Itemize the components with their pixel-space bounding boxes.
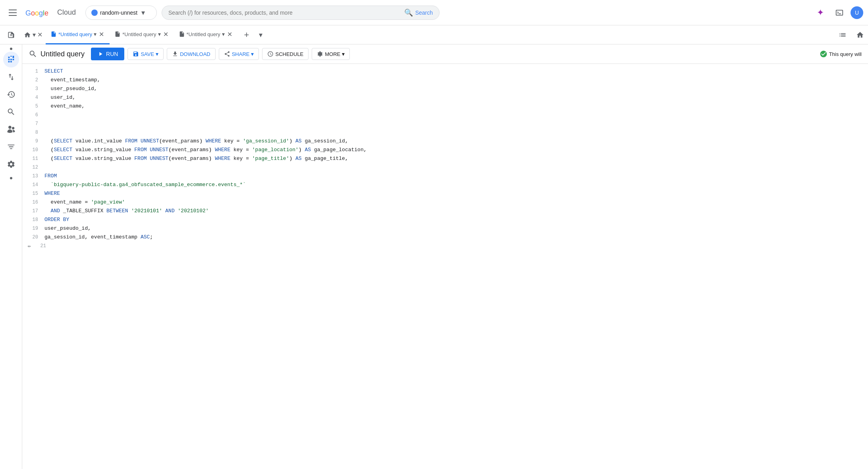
code-line-19: 19 user_pseudo_id, xyxy=(22,224,868,233)
gear-icon xyxy=(317,51,323,57)
query-search-icon xyxy=(29,50,37,58)
hamburger-menu-button[interactable] xyxy=(5,5,21,21)
top-navigation: Google Cloud random-unnest ▾ 🔍 Search ✦ … xyxy=(0,0,868,25)
search-input[interactable] xyxy=(168,10,401,16)
download-button[interactable]: DOWNLOAD xyxy=(167,48,216,60)
code-line-9: 9 (SELECT value.int_value FROM UNNEST(ev… xyxy=(22,137,868,146)
download-button-label: DOWNLOAD xyxy=(180,51,210,57)
code-line-11: 11 (SELECT value.string_value FROM UNNES… xyxy=(22,154,868,163)
code-line-13: 13 FROM xyxy=(22,172,868,181)
run-button-label: RUN xyxy=(106,51,118,57)
code-line-20: 20 ga_session_id, event_timestamp ASC; xyxy=(22,233,868,242)
tab-home[interactable]: ▾ ✕ xyxy=(21,25,46,44)
tab-2-chevron-icon: ▾ xyxy=(158,31,161,37)
code-line-2: 2 event_timestamp, xyxy=(22,76,868,85)
editor-toolbar: Untitled query RUN SAVE ▾ DOWNLOAD SHARE… xyxy=(22,44,868,64)
more-button-label: MORE xyxy=(325,51,340,57)
run-icon xyxy=(97,51,104,57)
home-icon xyxy=(24,31,31,38)
query-tab-icon-2 xyxy=(114,31,121,37)
sidebar-item-pipelines[interactable] xyxy=(3,121,19,137)
terminal-button[interactable] xyxy=(831,5,847,21)
sidebar-dot-indicator xyxy=(10,48,12,50)
tab-bar: ▾ ✕ *Untitled query ▾ ✕ *Untitled query … xyxy=(0,25,868,44)
left-sidebar xyxy=(0,44,22,469)
code-line-1: 1 SELECT xyxy=(22,67,868,76)
tab-label-1: *Untitled query xyxy=(58,31,92,37)
code-line-16: 16 event_name = 'page_view' xyxy=(22,198,868,207)
editor-area: Untitled query RUN SAVE ▾ DOWNLOAD SHARE… xyxy=(22,44,868,469)
search-bar: 🔍 Search xyxy=(162,6,440,20)
query-tab-icon-1 xyxy=(50,31,57,37)
code-editor[interactable]: 1 SELECT 2 event_timestamp, 3 user_pseud… xyxy=(22,64,868,469)
tab-untitled-query-3[interactable]: *Untitled query ▾ ✕ xyxy=(174,25,238,44)
code-line-18: 18 ORDER BY xyxy=(22,215,868,224)
code-line-7: 7 xyxy=(22,119,868,128)
gemini-button[interactable]: ✦ xyxy=(812,5,828,21)
save-icon xyxy=(133,51,139,57)
user-avatar[interactable]: U xyxy=(851,6,863,19)
status-text: This query will xyxy=(829,51,862,57)
save-button[interactable]: SAVE ▾ xyxy=(127,48,164,60)
search-icon: 🔍 xyxy=(404,8,413,17)
save-chevron-icon: ▾ xyxy=(156,51,158,57)
google-logo: Google xyxy=(25,8,55,17)
sidebar-item-migrations[interactable] xyxy=(3,139,19,155)
schedule-button-label: SCHEDULE xyxy=(275,51,303,57)
home-tab-chevron-icon: ▾ xyxy=(33,31,36,38)
query-status: This query will xyxy=(820,50,862,58)
add-tab-button[interactable]: + xyxy=(239,28,254,42)
code-line-4: 4 user_id, xyxy=(22,93,868,102)
sidebar-item-search[interactable] xyxy=(3,104,19,120)
main-area: Untitled query RUN SAVE ▾ DOWNLOAD SHARE… xyxy=(0,44,868,469)
google-cloud-logo: Google Cloud xyxy=(25,8,76,17)
project-chevron-icon: ▾ xyxy=(141,8,145,17)
code-line-10: 10 (SELECT value.string_value FROM UNNES… xyxy=(22,146,868,154)
code-line-8: 8 xyxy=(22,128,868,137)
code-line-15: 15 WHERE xyxy=(22,189,868,198)
code-line-12: 12 xyxy=(22,163,868,172)
tab-label-3: *Untitled query xyxy=(187,31,220,37)
project-dot-icon xyxy=(91,10,98,16)
more-chevron-icon: ▾ xyxy=(342,51,345,57)
share-button[interactable]: SHARE ▾ xyxy=(219,48,259,60)
search-button[interactable]: 🔍 Search xyxy=(404,8,433,17)
tab-1-chevron-icon: ▾ xyxy=(94,31,96,37)
project-name: random-unnest xyxy=(100,10,137,16)
query-title: Untitled query xyxy=(41,50,85,58)
code-line-21: ✏ 21 xyxy=(22,242,868,250)
sidebar-item-explorer[interactable] xyxy=(3,52,19,67)
download-icon xyxy=(172,51,178,57)
sidebar-dot-bottom xyxy=(10,177,12,179)
query-tab-icon-3 xyxy=(179,31,185,37)
share-icon xyxy=(224,51,230,57)
tab-1-close-icon[interactable]: ✕ xyxy=(98,30,105,39)
tab-untitled-query-2[interactable]: *Untitled query ▾ ✕ xyxy=(110,25,174,44)
sidebar-item-history[interactable] xyxy=(3,86,19,102)
schedule-button[interactable]: SCHEDULE xyxy=(262,48,309,60)
tab-2-close-icon[interactable]: ✕ xyxy=(162,30,169,39)
svg-text:Google: Google xyxy=(25,9,48,17)
sidebar-item-settings[interactable] xyxy=(3,156,19,172)
status-check-icon xyxy=(820,50,827,58)
project-selector[interactable]: random-unnest ▾ xyxy=(85,6,157,20)
code-line-6: 6 xyxy=(22,111,868,119)
search-button-label: Search xyxy=(415,10,433,16)
share-chevron-icon: ▾ xyxy=(251,51,254,57)
more-button[interactable]: MORE ▾ xyxy=(312,48,350,60)
run-button[interactable]: RUN xyxy=(91,48,124,60)
sidebar-item-transfers[interactable] xyxy=(3,69,19,85)
tab-bar-right-actions xyxy=(835,27,868,43)
code-line-14: 14 `bigquery-public-data.ga4_obfuscated_… xyxy=(22,181,868,189)
home-tab-close-icon[interactable]: ✕ xyxy=(37,31,42,38)
tab-list-button[interactable] xyxy=(835,27,851,43)
tab-3-chevron-icon: ▾ xyxy=(222,31,225,37)
tab-untitled-query-1[interactable]: *Untitled query ▾ ✕ xyxy=(46,25,110,44)
save-button-label: SAVE xyxy=(141,51,154,57)
code-line-5: 5 event_name, xyxy=(22,102,868,111)
edit-pencil-icon: ✏ xyxy=(25,242,33,250)
home-view-button[interactable] xyxy=(852,27,868,43)
expand-sidebar-button[interactable] xyxy=(3,27,19,43)
more-tabs-button[interactable]: ▾ xyxy=(254,28,268,42)
tab-3-close-icon[interactable]: ✕ xyxy=(226,30,233,39)
